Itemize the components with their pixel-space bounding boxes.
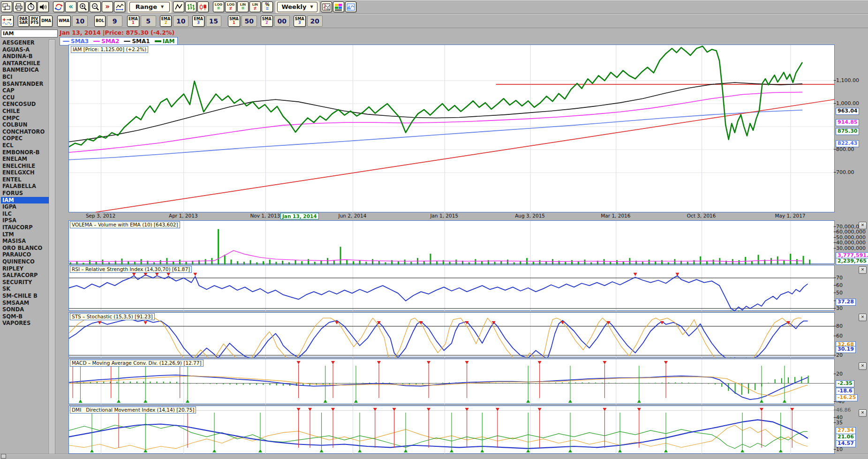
indicator-button-ema3[interactable]: EMA3 bbox=[192, 15, 204, 27]
sidebar-item-colbun[interactable]: COLBUN bbox=[1, 121, 49, 128]
sidebar-item-oro-blanco[interactable]: ORO BLANCO bbox=[1, 245, 49, 252]
fast-rewind-button[interactable]: « bbox=[65, 1, 76, 12]
sidebar-item-cmpc[interactable]: CMPC bbox=[1, 115, 49, 122]
sidebar-item-security[interactable]: SECURITY bbox=[1, 279, 49, 286]
log-scale-notequal-button[interactable]: LOG≠ bbox=[225, 1, 236, 12]
ohlc-bars-button[interactable] bbox=[185, 1, 196, 12]
close-panel-button-macd[interactable]: ✕ bbox=[859, 362, 867, 370]
sidebar-item-banmedica[interactable]: BANMEDICA bbox=[1, 67, 49, 74]
refresh-button[interactable] bbox=[53, 1, 64, 12]
lin-scale-equal-button[interactable]: LIN= bbox=[237, 1, 249, 12]
sidebar-item-ltm[interactable]: LTM bbox=[1, 231, 49, 238]
lin-scale-notequal-button[interactable]: LIN≠ bbox=[249, 1, 261, 12]
indicator-period-value-ema3[interactable]: 15 bbox=[206, 15, 221, 27]
log-scale-equal-button[interactable]: LOG= bbox=[213, 1, 224, 12]
sidebar-item-sk[interactable]: SK bbox=[1, 286, 49, 293]
pan-chart-button[interactable] bbox=[114, 1, 125, 12]
panel-sts[interactable] bbox=[68, 312, 835, 357]
indicator-button-sma1[interactable]: SMA1 bbox=[228, 15, 240, 27]
chart-crosshair-button[interactable] bbox=[321, 1, 332, 12]
sidebar-item-parauco[interactable]: PARAUCO bbox=[1, 251, 49, 258]
indicator-period-value-sma3[interactable]: 20 bbox=[307, 15, 323, 27]
close-panel-button-dmi[interactable]: ✕ bbox=[859, 409, 867, 417]
sidebar-scrollbar[interactable] bbox=[49, 39, 55, 457]
symbol-input[interactable] bbox=[1, 30, 58, 38]
sidebar-item-enelam[interactable]: ENELAM bbox=[1, 156, 49, 163]
close-panel-button-rsi[interactable]: ✕ bbox=[859, 266, 867, 274]
sidebar-item-falabella[interactable]: FALABELLA bbox=[1, 183, 49, 190]
indicator-button-wma[interactable]: WMA bbox=[57, 15, 71, 27]
sidebar-item-cencosud[interactable]: CENCOSUD bbox=[1, 101, 49, 108]
sidebar-item-bci[interactable]: BCI bbox=[1, 74, 49, 81]
indicator-period-value-sma2[interactable]: 00 bbox=[274, 15, 290, 27]
indicator-button-sma3[interactable]: SMA3 bbox=[294, 15, 306, 27]
sidebar-item-ecl[interactable]: ECL bbox=[1, 142, 49, 149]
sidebar-item-sm-chile-b[interactable]: SM-CHILE B bbox=[1, 293, 49, 300]
zoom-in-button[interactable] bbox=[77, 1, 89, 12]
close-panel-button-sts[interactable]: ✕ bbox=[859, 314, 867, 321]
sidebar-item-aesgener[interactable]: AESGENER bbox=[1, 39, 49, 46]
sidebar-item-salfacorp[interactable]: SALFACORP bbox=[1, 272, 49, 279]
sidebar-item-sqm-b[interactable]: SQM-B bbox=[1, 313, 49, 320]
bottom-corner-button[interactable] bbox=[1, 454, 6, 459]
panel-price[interactable] bbox=[68, 45, 835, 212]
add-study-button[interactable] bbox=[1, 15, 14, 27]
line-chart-button[interactable] bbox=[173, 1, 184, 12]
sidebar-item-itaucorp[interactable]: ITAUCORP bbox=[1, 224, 49, 231]
new-window-button[interactable] bbox=[1, 1, 12, 12]
indicator-period-value-bol[interactable]: 9 bbox=[107, 15, 122, 27]
print-button[interactable] bbox=[13, 1, 24, 12]
indicator-button-parsar[interactable]: PARSAR bbox=[18, 15, 29, 27]
sidebar-item-andina-b[interactable]: ANDINA-B bbox=[1, 53, 49, 60]
sidebar-item-vapores[interactable]: VAPORES bbox=[1, 320, 49, 327]
percent-scale-button[interactable]: %= bbox=[262, 1, 273, 12]
indicator-button-dma[interactable]: DMA bbox=[40, 15, 53, 27]
candlestick-button[interactable] bbox=[197, 1, 209, 12]
sidebar-item-smsaam[interactable]: SMSAAM bbox=[1, 300, 49, 307]
sidebar-item-entel[interactable]: ENTEL bbox=[1, 176, 49, 183]
range-dropdown[interactable]: Range▼ bbox=[129, 2, 170, 12]
indicator-button-bol[interactable]: BOL bbox=[94, 15, 106, 27]
sidebar-item-chile[interactable]: CHILE bbox=[1, 108, 49, 115]
crosshair-date-label: Jan 13, 2014 bbox=[280, 213, 319, 219]
palette-icon bbox=[334, 3, 343, 11]
indicator-period-value-ema2[interactable]: 10 bbox=[173, 15, 189, 27]
sidebar-item-forus[interactable]: FORUS bbox=[1, 190, 49, 197]
sidebar-item-ccu[interactable]: CCU bbox=[1, 94, 49, 101]
zoom-out-icon bbox=[91, 3, 99, 11]
sidebar-item-ripley[interactable]: RIPLEY bbox=[1, 265, 49, 272]
indicator-period-value-sma1[interactable]: 50 bbox=[242, 15, 257, 27]
indicator-panel-button[interactable] bbox=[345, 1, 356, 12]
sidebar-item-aguas-a[interactable]: AGUAS-A bbox=[1, 46, 49, 53]
sidebar-item-embonor-b[interactable]: EMBONOR-B bbox=[1, 149, 49, 156]
palette-button[interactable] bbox=[333, 1, 344, 12]
sidebar-item-bsantander[interactable]: BSANTANDER bbox=[1, 81, 49, 88]
indicator-button-ema2[interactable]: EMA2 bbox=[160, 15, 172, 27]
indicator-button-sma2[interactable]: SMA2 bbox=[261, 15, 273, 27]
sidebar-item-quinenco[interactable]: QUINENCO bbox=[1, 258, 49, 265]
sidebar-item-ipsa[interactable]: IPSA bbox=[1, 217, 49, 224]
indicator-button-pivpts[interactable]: PIVPTS bbox=[29, 15, 40, 27]
period-dropdown[interactable]: Weekly▼ bbox=[277, 2, 317, 12]
close-panel-button-volume[interactable]: ✕ bbox=[859, 222, 867, 229]
panel-volume[interactable] bbox=[68, 220, 835, 264]
sidebar-item-enelgxch[interactable]: ENELGXCH bbox=[1, 169, 49, 176]
sidebar-item-enelchile[interactable]: ENELCHILE bbox=[1, 163, 49, 170]
zoom-out-button[interactable] bbox=[90, 1, 101, 12]
sidebar-item-cap[interactable]: CAP bbox=[1, 87, 49, 94]
sidebar-item-sonda[interactable]: SONDA bbox=[1, 306, 49, 313]
sound-button[interactable] bbox=[38, 1, 49, 12]
sidebar-item-masisa[interactable]: MASISA bbox=[1, 238, 49, 245]
sidebar-item-igpa[interactable]: IGPA bbox=[1, 203, 49, 211]
sidebar-item-conchatoro[interactable]: CONCHATORO bbox=[1, 128, 49, 135]
sidebar-item-copec[interactable]: COPEC bbox=[1, 135, 49, 142]
sidebar-item-ilc[interactable]: ILC bbox=[1, 211, 49, 218]
sidebar-item-antarchile[interactable]: ANTARCHILE bbox=[1, 60, 49, 67]
indicator-period-value-wma[interactable]: 10 bbox=[72, 15, 88, 27]
indicator-button-ema1[interactable]: EMA1 bbox=[127, 15, 139, 27]
sidebar-item-iam[interactable]: IAM bbox=[1, 197, 49, 204]
timer-button[interactable] bbox=[25, 1, 37, 12]
indicator-period-value-ema1[interactable]: 5 bbox=[141, 15, 156, 27]
new-window-icon bbox=[2, 3, 11, 11]
fast-forward-button[interactable]: » bbox=[102, 1, 113, 12]
